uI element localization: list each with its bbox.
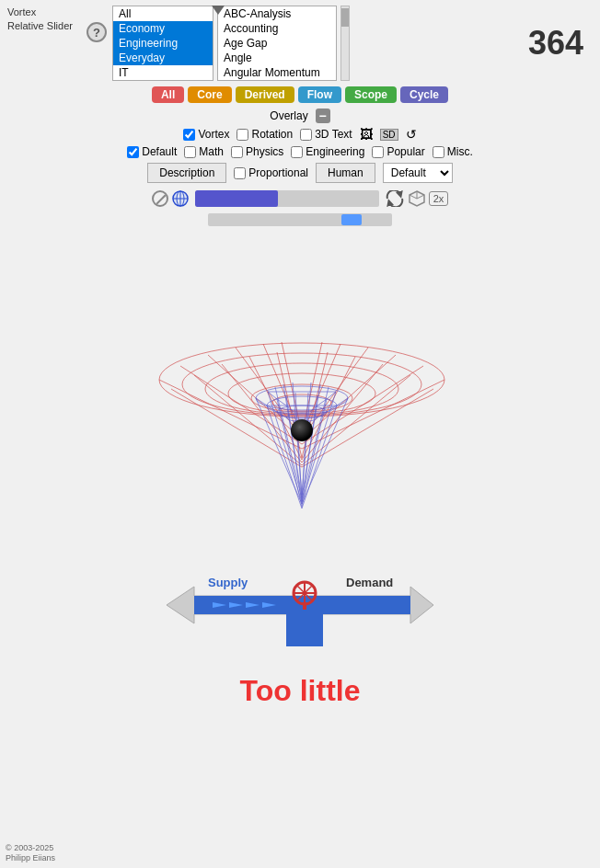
globe-icon[interactable] xyxy=(171,189,190,208)
slider-right-icons: 2x xyxy=(385,189,449,208)
app-title: Vortex Relative Slider xyxy=(7,6,81,34)
svg-line-7 xyxy=(417,195,424,199)
checkbox-popular-input[interactable] xyxy=(372,146,384,158)
cat-btn-cycle[interactable]: Cycle xyxy=(400,86,448,103)
slider-left-icons xyxy=(152,189,190,208)
dd-item-everyday[interactable]: Everyday xyxy=(113,51,213,65)
scrollbar[interactable] xyxy=(340,6,350,81)
dd-item-angular[interactable]: Angular Momentum xyxy=(218,65,336,80)
scrollbar-thumb xyxy=(341,8,349,27)
svg-rect-91 xyxy=(303,602,306,610)
vortex-sphere xyxy=(291,419,313,441)
concept-dropdown-right[interactable]: ABC-Analysis Accounting Age Gap Angle An… xyxy=(217,6,337,81)
dd-item-agegap[interactable]: Age Gap xyxy=(218,36,336,51)
checkbox-popular[interactable]: Popular xyxy=(372,145,424,158)
checkbox-misc-label: Misc. xyxy=(447,145,473,158)
checkbox-rotation-label: Rotation xyxy=(251,128,293,141)
dd-item-accounting[interactable]: Accounting xyxy=(218,21,336,36)
checkbox-math-label: Math xyxy=(199,145,224,158)
supply-demand-area: Supply Demand Too little xyxy=(0,536,600,717)
checkbox-vortex-label: Vortex xyxy=(198,128,229,141)
dd-item-angle[interactable]: Angle xyxy=(218,51,336,65)
checkbox-popular-label: Popular xyxy=(387,145,424,158)
proportional-check[interactable]: Proportional xyxy=(234,166,308,179)
progress-bar-fill xyxy=(195,190,278,207)
dd-item-abc[interactable]: ABC-Analysis xyxy=(218,6,336,21)
dropdown-arrow-icon xyxy=(212,6,225,15)
header-area: Vortex Relative Slider ? All Economy Eng… xyxy=(0,0,600,83)
help-button[interactable]: ? xyxy=(87,22,107,42)
checkbox-engineering-input[interactable] xyxy=(291,146,303,158)
description-button[interactable]: Description xyxy=(147,163,226,183)
toolbar-row: Description Proportional Human Default O… xyxy=(0,160,600,186)
checkbox-rotation-input[interactable] xyxy=(237,129,248,141)
cat-btn-core[interactable]: Core xyxy=(188,86,231,103)
secondary-slider-track[interactable] xyxy=(208,213,392,226)
proportional-label: Proportional xyxy=(248,166,308,179)
checkbox-engineering-label: Engineering xyxy=(306,145,364,158)
cat-btn-derived[interactable]: Derived xyxy=(236,86,294,103)
checkbox-rotation[interactable]: Rotation xyxy=(237,128,293,141)
footer-line1: © 2003-2025 xyxy=(6,843,55,854)
overlay-label: Overlay xyxy=(270,109,307,122)
supply-demand-diagram: Supply Demand xyxy=(144,545,456,665)
circle-slash-icon[interactable] xyxy=(152,190,168,207)
dd-item-economy[interactable]: Economy xyxy=(113,21,213,36)
footer-line2: Philipp Eiians xyxy=(6,853,55,864)
result-text: Too little xyxy=(240,674,361,708)
dd-item-all[interactable]: All xyxy=(113,6,213,21)
app-title-line2: Relative Slider xyxy=(7,20,73,31)
checkbox-math-input[interactable] xyxy=(184,146,196,158)
svg-text:Supply: Supply xyxy=(208,576,248,589)
main-progress-bar[interactable] xyxy=(195,190,379,207)
svg-point-4 xyxy=(173,191,188,206)
app-title-line1: Vortex xyxy=(7,6,36,17)
category-dropdown-left[interactable]: All Economy Engineering Everyday IT xyxy=(112,6,213,81)
slider-area: 2x xyxy=(0,186,600,211)
svg-rect-81 xyxy=(286,614,323,646)
checkbox-default-label: Default xyxy=(142,145,177,158)
checkbox-physics-input[interactable] xyxy=(231,146,243,158)
checkboxes-row2: Default Math Physics Engineering Popular… xyxy=(0,143,600,160)
cube-icon[interactable] xyxy=(408,189,426,208)
checkbox-vortex-input[interactable] xyxy=(183,129,195,141)
checkboxes-row1: Vortex Rotation 3D Text 🖼 SD ↺ xyxy=(0,125,600,143)
image-icon: 🖼 xyxy=(360,127,373,142)
secondary-slider-thumb[interactable] xyxy=(341,214,362,225)
cat-btn-all[interactable]: All xyxy=(152,86,184,103)
x2-badge[interactable]: 2x xyxy=(429,191,449,206)
sd-badge-icon: SD xyxy=(380,129,398,141)
dd-item-it[interactable]: IT xyxy=(113,65,213,80)
dd-item-engineering[interactable]: Engineering xyxy=(113,36,213,51)
proportional-checkbox[interactable] xyxy=(234,167,246,179)
checkbox-3dtext[interactable]: 3D Text xyxy=(300,128,352,141)
footer: © 2003-2025 Philipp Eiians xyxy=(6,843,55,864)
checkbox-misc-input[interactable] xyxy=(433,146,444,158)
checkbox-engineering[interactable]: Engineering xyxy=(291,145,364,158)
default-select[interactable]: Default Option 1 Option 2 xyxy=(383,163,453,183)
visualization-area xyxy=(0,228,600,536)
svg-text:Demand: Demand xyxy=(346,576,393,589)
cat-btn-scope[interactable]: Scope xyxy=(345,86,397,103)
category-buttons-row: All Core Derived Flow Scope Cycle xyxy=(0,83,600,107)
checkbox-default[interactable]: Default xyxy=(127,145,177,158)
overlay-minus-button[interactable]: − xyxy=(316,108,330,123)
number-display: 364 xyxy=(528,24,593,63)
checkbox-3dtext-label: 3D Text xyxy=(315,128,352,141)
vortex-visualization xyxy=(125,237,475,531)
checkbox-physics[interactable]: Physics xyxy=(231,145,283,158)
checkbox-physics-label: Physics xyxy=(246,145,283,158)
slider2-area xyxy=(0,211,600,228)
checkbox-misc[interactable]: Misc. xyxy=(433,145,473,158)
checkbox-default-input[interactable] xyxy=(127,146,139,158)
refresh-icon[interactable]: ↺ xyxy=(406,127,417,142)
cat-btn-flow[interactable]: Flow xyxy=(298,86,341,103)
checkbox-3dtext-input[interactable] xyxy=(300,129,312,141)
overlay-row: Overlay − xyxy=(0,107,600,125)
svg-line-8 xyxy=(410,195,417,199)
checkbox-math[interactable]: Math xyxy=(184,145,224,158)
checkbox-vortex[interactable]: Vortex xyxy=(183,128,229,141)
human-button[interactable]: Human xyxy=(316,163,375,183)
rotate-icon[interactable] xyxy=(385,190,405,207)
